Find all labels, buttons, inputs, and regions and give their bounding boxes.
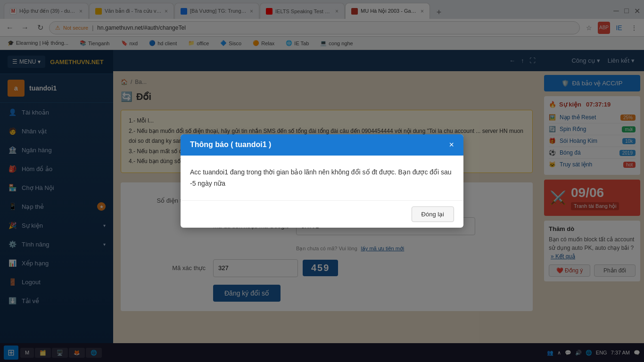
modal-title: Thông báo ( tuandoi1 ): [190, 140, 271, 149]
modal-overlay[interactable]: Thông báo ( tuandoi1 ) × Acc tuandoi1 đa…: [0, 0, 644, 362]
modal-close-icon[interactable]: ×: [449, 140, 454, 150]
modal-dialog: Thông báo ( tuandoi1 ) × Acc tuandoi1 đa…: [181, 134, 463, 228]
modal-header: Thông báo ( tuandoi1 ) ×: [181, 134, 463, 156]
modal-footer: Đóng lại: [181, 200, 463, 228]
modal-close-button[interactable]: Đóng lại: [412, 206, 454, 222]
modal-body: Acc tuandoi1 đang trong thời gian bảo lã…: [181, 156, 463, 201]
modal-message: Acc tuandoi1 đang trong thời gian bảo lã…: [190, 167, 454, 189]
